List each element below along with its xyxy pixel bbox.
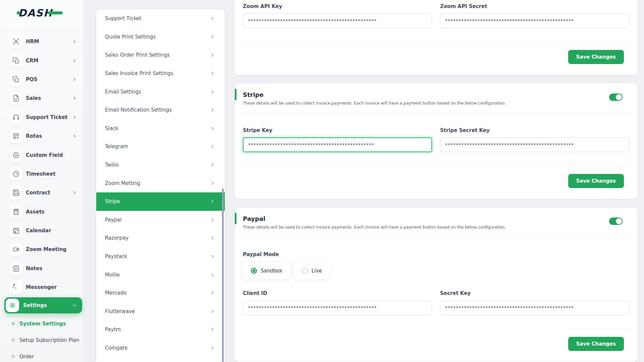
paypal-mode-live[interactable]: Live [294,262,330,280]
bullet-icon [12,355,15,358]
hrm-icon [9,35,23,48]
radio-unselected-icon[interactable] [302,268,308,274]
sidebar-item-label: Contract [26,190,50,196]
panel-item-stripe[interactable]: Stripe [96,192,225,211]
sidebar-item-settings[interactable]: Settings [4,297,82,313]
main-content: Zoom API Key Zoom API Secret Save Change… [235,0,637,362]
panel-item-support-ticket[interactable]: Support Ticket [96,9,225,28]
zoom-api-secret-input[interactable] [440,13,629,28]
paypal-card-header: Paypal These details will be used to col… [235,207,637,237]
sidebar-item-crm[interactable]: CRM [0,51,83,70]
sidebar-item-notes[interactable]: Notes [0,259,83,278]
panel-item-paypal[interactable]: Paypal [96,211,225,229]
panel-scrollbar[interactable] [222,188,224,362]
sidebar-item-rotas[interactable]: Rotas [0,127,83,145]
sidebar-item-messenger[interactable]: Messenger [0,278,83,297]
submenu-item-system-settings[interactable]: System Settings [0,315,83,332]
sidebar-item-timesheet[interactable]: Timesheet [0,165,83,183]
paypal-card-description: These details will be used to collect in… [243,224,506,230]
paypal-secret-key-label: Secret Key [440,290,629,297]
zoom-card-footer: Save Changes [235,41,637,75]
sidebar-item-label: Timesheet [26,171,55,177]
sidebar-item-assets[interactable]: Assets [0,202,83,221]
panel-item-skrill[interactable]: Skrill [96,357,225,362]
panel-item-zoom-metting[interactable]: Zoom Metting [96,174,225,192]
sidebar-item-pos[interactable]: POS [0,70,83,89]
chevron-right-icon [210,16,215,21]
sidebar-item-custom-field[interactable]: Custom Field [0,145,83,164]
save-changes-button[interactable]: Save Changes [568,174,624,188]
chevron-right-icon [210,291,215,295]
logo[interactable]: DASH [18,5,63,20]
sidebar-item-support-ticket[interactable]: Support Ticket [0,108,83,127]
sales-icon [9,92,23,105]
partially-visible-menu-item [9,23,23,28]
save-changes-button[interactable]: Save Changes [568,337,624,351]
stripe-secret-key-input[interactable] [440,137,629,152]
save-changes-button[interactable]: Save Changes [568,50,624,64]
panel-item-label: Stripe [105,198,120,204]
panel-item-label: Sales Order Print Settings [105,52,170,58]
panel-item-paytm[interactable]: Paytm [96,320,225,339]
panel-item-label: Slack [105,125,118,131]
panel-item-email-settings[interactable]: Email Settings [96,82,225,101]
sidebar-menu: HRM CRM POS Sales Support Ticket Rotas [0,32,83,297]
sidebar-item-label: Support Ticket [26,114,67,120]
chevron-right-icon [210,273,215,277]
chevron-down-icon [72,303,77,308]
panel-item-sales-order-print-settings[interactable]: Sales Order Print Settings [96,46,225,64]
panel-item-sales-invoice-print-settings[interactable]: Sales Invoice Print Settings [96,64,225,83]
panel-item-mercado[interactable]: Mercado [96,284,225,302]
paypal-card-title: Paypal [243,215,506,223]
paypal-secret-key-input[interactable] [440,300,629,315]
panel-item-label: Mercado [105,290,126,296]
settings-panel: Support Ticket Quote Print Settings Sale… [96,9,225,362]
panel-item-paystack[interactable]: Paystack [96,247,225,266]
sidebar-item-hrm[interactable]: HRM [0,32,83,51]
chevron-right-icon [210,199,215,204]
panel-item-quote-print-settings[interactable]: Quote Print Settings [96,28,225,46]
stripe-fields: Stripe Key Stripe Secret Key [235,113,637,165]
sidebar-item-calendar[interactable]: Calendar [0,221,83,240]
panel-item-email-notification-settings[interactable]: Email Notification Settings [96,101,225,119]
panel-item-mollie[interactable]: Mollie [96,265,225,284]
panel-item-label: Email Settings [105,89,141,95]
submenu-item-label: Setup Subscription Plan [19,337,79,343]
sidebar-item-label: Sales [26,95,41,101]
submenu-item-setup-subscription-plan[interactable]: Setup Subscription Plan [0,332,83,348]
paypal-client-id-input[interactable] [243,300,432,315]
sidebar-item-label: HRM [26,39,39,45]
chevron-right-icon [210,35,215,39]
sidebar-item-zoom-meeting[interactable]: Zoom Meeting [0,240,83,259]
panel-item-label: Razorpay [105,235,128,241]
stripe-card-footer: Save Changes [235,165,637,199]
panel-item-label: Email Notification Settings [105,107,172,113]
panel-item-coingate[interactable]: Coingate [96,339,225,357]
panel-item-telegram[interactable]: Telegram [96,137,225,156]
paypal-enabled-toggle[interactable] [609,218,623,225]
radio-selected-icon[interactable] [251,268,257,274]
stripe-key-input[interactable] [243,137,432,152]
submenu-item-order[interactable]: Order [0,348,83,362]
sidebar: DASH HRM CRM POS Sales Support Ticket [0,0,83,362]
paypal-mode-sandbox[interactable]: Sandbox [243,262,290,280]
chevron-right-icon [72,134,77,138]
panel-item-flutterwave[interactable]: Flutterwave [96,302,225,321]
panel-item-label: Mollie [105,272,120,278]
chevron-right-icon [210,346,215,350]
chevron-right-icon [210,163,215,167]
sidebar-item-sales[interactable]: Sales [0,89,83,108]
panel-item-slack[interactable]: Slack [96,119,225,138]
panel-item-twilio[interactable]: Twilio [96,156,225,174]
sidebar-item-label: Notes [26,265,42,272]
submenu-item-label: Order [19,354,34,360]
panel-item-razorpay[interactable]: Razorpay [96,229,225,247]
paypal-header-text: Paypal These details will be used to col… [243,215,506,230]
sidebar-item-contract[interactable]: Contract [0,183,83,202]
bullet-icon [12,322,15,325]
chevron-right-icon [210,126,215,131]
zoom-api-key-input[interactable] [243,13,432,28]
stripe-enabled-toggle[interactable] [609,94,623,101]
sidebar-item-label: Assets [26,209,45,215]
chevron-right-icon [72,96,77,101]
